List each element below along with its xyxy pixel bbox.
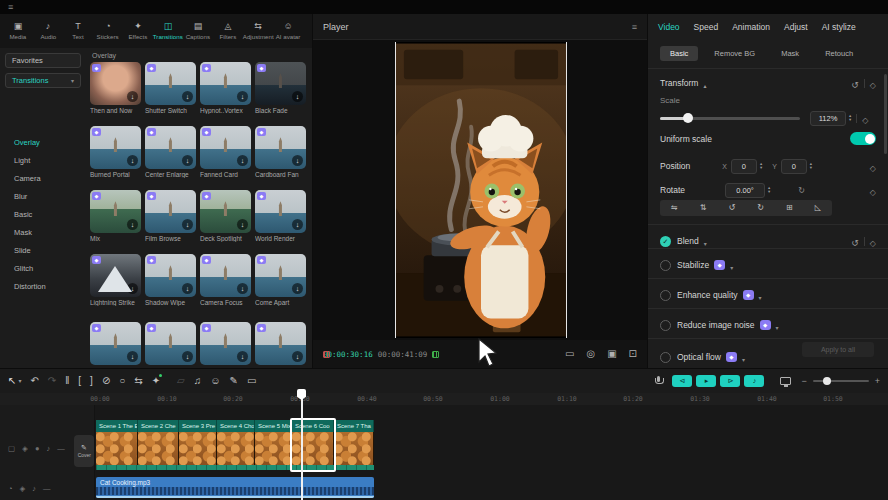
timeline-control-4-icon[interactable]: ♪: [744, 375, 764, 387]
tab-animation[interactable]: Animation: [732, 22, 770, 32]
position-x-field[interactable]: 0: [731, 159, 757, 174]
subtab-remove-bg[interactable]: Remove BG: [704, 46, 765, 61]
transition-item[interactable]: Shutter Switch: [145, 62, 196, 114]
scale-value-field[interactable]: 112%: [810, 111, 846, 126]
blend-checkbox[interactable]: [660, 236, 671, 247]
stabilize-checkbox[interactable]: [660, 260, 671, 271]
fullscreen-icon[interactable]: ⊡: [629, 349, 637, 359]
transition-item[interactable]: Fanned Card: [200, 126, 251, 178]
sidebar-item-basic[interactable]: Basic: [5, 206, 85, 222]
keyframe-icon[interactable]: [870, 157, 876, 175]
transition-item[interactable]: Mix: [90, 190, 141, 242]
monitor-icon[interactable]: [780, 377, 791, 385]
transition-item[interactable]: Center Enlarge: [145, 126, 196, 178]
tab-adjust[interactable]: Adjust: [784, 22, 808, 32]
chevron-down-icon[interactable]: [742, 348, 745, 366]
mirror-icon[interactable]: ⇆: [134, 375, 142, 387]
select-tool-icon[interactable]: ↖: [8, 375, 16, 387]
track-more-icon[interactable]: —: [57, 445, 65, 453]
transition-item[interactable]: [200, 322, 251, 365]
track-adjust-icon[interactable]: ◈: [20, 485, 26, 493]
sidebar-item-mask[interactable]: Mask: [5, 224, 85, 240]
collection-dropdown[interactable]: Transitions: [5, 73, 81, 88]
sidebar-item-glitch[interactable]: Glitch: [5, 260, 85, 276]
video-clip[interactable]: Scene 2 Che: [138, 420, 179, 465]
track-frame-icon[interactable]: ▢: [8, 445, 15, 453]
delete-icon[interactable]: ⊘: [102, 375, 110, 387]
track-more-icon[interactable]: —: [43, 485, 51, 493]
stepper-icon[interactable]: [849, 114, 851, 123]
transition-item[interactable]: Camera Focus: [200, 254, 251, 306]
player-menu-icon[interactable]: ≡: [632, 22, 637, 32]
ratio-icon[interactable]: ▭: [565, 349, 574, 359]
freeze-frame-icon[interactable]: ○: [119, 375, 125, 387]
track-clock-icon[interactable]: ◔: [8, 485, 13, 493]
transition-item[interactable]: Film Browse: [145, 190, 196, 242]
redo-icon[interactable]: ↷: [48, 375, 56, 387]
timeline-zoom-slider[interactable]: [813, 380, 869, 382]
transition-item[interactable]: Black Fade: [255, 62, 306, 114]
chevron-down-icon[interactable]: [776, 316, 779, 334]
flip-horizontal-icon[interactable]: ⇋: [671, 204, 678, 212]
reset-icon[interactable]: [851, 74, 859, 92]
track-adjust-icon[interactable]: ◈: [22, 445, 28, 453]
subtab-basic[interactable]: Basic: [660, 46, 698, 61]
timeline-control-2-icon[interactable]: ▸: [696, 375, 716, 387]
keyframe-icon[interactable]: [870, 74, 876, 92]
reduce-noise-row[interactable]: Reduce image noise: [660, 316, 876, 334]
transition-item[interactable]: Hypnot..Vortex: [200, 62, 251, 114]
chevron-down-icon[interactable]: [730, 256, 733, 274]
timeline-ruler[interactable]: 00:00 00:10 00:20 00:30 00:40 00:50 01:0…: [0, 393, 888, 405]
enhance-quality-row[interactable]: Enhance quality: [660, 286, 876, 304]
ribbon-tab-transitions[interactable]: ◫Transitions: [153, 16, 183, 46]
subtab-retouch[interactable]: Retouch: [815, 46, 863, 61]
ribbon-tab-adjustment[interactable]: ⇆Adjustment: [243, 16, 273, 46]
transition-item[interactable]: Come Apart: [255, 254, 306, 306]
transition-item[interactable]: [90, 322, 141, 365]
enhance-quality-checkbox[interactable]: [660, 290, 671, 301]
zoom-out-icon[interactable]: −: [801, 376, 806, 386]
transition-item[interactable]: World Render: [255, 190, 306, 242]
flip-vertical-icon[interactable]: ⇅: [700, 204, 707, 212]
stepper-icon[interactable]: [810, 162, 812, 171]
quality-indicator-icon[interactable]: [432, 351, 439, 358]
keyframe-icon[interactable]: [870, 181, 876, 199]
video-clip[interactable]: Scene 5 Mix: [255, 420, 292, 465]
rotate-dial-icon[interactable]: ↻: [798, 186, 805, 195]
favorites-button[interactable]: Favorites: [5, 53, 81, 68]
preview-canvas[interactable]: [313, 40, 647, 340]
draw-tool-icon[interactable]: ✎: [230, 375, 238, 387]
reduce-noise-checkbox[interactable]: [660, 320, 671, 331]
transition-item[interactable]: Deck Spotlight: [200, 190, 251, 242]
screen-record-icon[interactable]: ▭: [247, 375, 256, 387]
transition-item[interactable]: Burned Portal: [90, 126, 141, 178]
transition-item[interactable]: Shadow Wipe: [145, 254, 196, 306]
app-menu-icon[interactable]: ≡: [8, 3, 13, 12]
stabilize-row[interactable]: Stabilize: [660, 256, 876, 274]
video-clip[interactable]: Scene 7 Tha: [334, 420, 374, 465]
extract-person-icon[interactable]: ☺: [210, 375, 220, 387]
ribbon-tab-audio[interactable]: ♪Audio: [33, 16, 63, 46]
panel-scrollbar[interactable]: [884, 74, 887, 154]
tab-speed[interactable]: Speed: [694, 22, 719, 32]
zoom-in-icon[interactable]: +: [875, 376, 880, 386]
track-mute-icon[interactable]: ♪: [32, 485, 36, 493]
sidebar-item-overlay[interactable]: Overlay: [5, 134, 85, 150]
video-clip[interactable]: Scene 4 Cho: [217, 420, 255, 465]
zoom-slider-knob[interactable]: [823, 377, 831, 385]
audio-clip[interactable]: Cat Cooking.mp3: [96, 477, 374, 498]
sidebar-item-distortion[interactable]: Distortion: [5, 278, 85, 294]
collapse-icon[interactable]: [703, 74, 706, 92]
cover-button[interactable]: ✎ Cover: [74, 435, 94, 467]
sidebar-item-slide[interactable]: Slide: [5, 242, 85, 258]
rotate-field[interactable]: 0.00°: [725, 183, 765, 198]
sidebar-item-blur[interactable]: Blur: [5, 188, 85, 204]
undo-icon[interactable]: ↶: [30, 375, 38, 387]
track-record-icon[interactable]: ●: [35, 445, 40, 453]
transition-item[interactable]: [255, 322, 306, 365]
stepper-icon[interactable]: [768, 186, 770, 195]
mini-player-icon[interactable]: ▣: [607, 349, 616, 359]
keyframe-icon[interactable]: [862, 109, 868, 127]
transition-item[interactable]: [145, 322, 196, 365]
ribbon-tab-ai-avatar[interactable]: ☺AI avatar: [273, 16, 303, 46]
